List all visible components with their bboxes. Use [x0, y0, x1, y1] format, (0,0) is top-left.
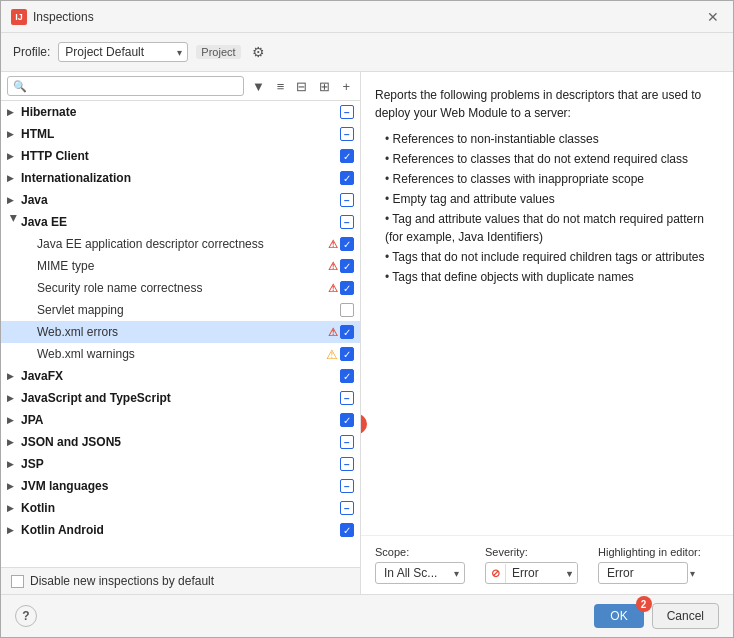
error-badge: ⚠ — [328, 260, 338, 273]
help-button[interactable]: ? — [15, 605, 37, 627]
disable-inspections-checkbox[interactable] — [11, 575, 24, 588]
list-item[interactable]: ▶ JVM languages − — [1, 475, 360, 497]
item-checkbox[interactable]: − — [340, 435, 354, 449]
ok-button[interactable]: OK 2 — [594, 604, 643, 628]
list-item[interactable]: ▶ HTML − — [1, 123, 360, 145]
item-checkbox[interactable]: − — [340, 391, 354, 405]
item-label: Java EE — [21, 215, 340, 229]
search-input[interactable] — [7, 76, 244, 96]
item-label: Security role name correctness — [37, 281, 328, 295]
list-item[interactable]: ▶ Internationalization ✓ — [1, 167, 360, 189]
item-checkbox[interactable]: − — [340, 193, 354, 207]
tree-list[interactable]: ▶ Hibernate − ▶ HTML − ▶ HTT — [1, 101, 360, 567]
item-checkbox[interactable]: ✓ — [340, 259, 354, 273]
list-item[interactable]: ▶ Web.xml warnings ⚠ ✓ — [1, 343, 360, 365]
highlight-select-wrap: Error Warning — [598, 562, 701, 584]
right-panel: Reports the following problems in descri… — [361, 72, 733, 594]
item-label: Kotlin Android — [21, 523, 340, 537]
chevron-right-icon: ▶ — [7, 173, 21, 183]
list-item[interactable]: ▶ Kotlin − — [1, 497, 360, 519]
list-item[interactable]: ▶ Java EE − — [1, 211, 360, 233]
chevron-right-icon: ▶ — [7, 415, 21, 425]
item-icons: ⚠ ✓ — [328, 325, 354, 339]
error-badge: ⚠ — [328, 326, 338, 339]
item-label: JavaScript and TypeScript — [21, 391, 340, 405]
bullet-item: References to non-instantiable classes — [385, 130, 719, 148]
disable-inspections-label: Disable new inspections by default — [30, 574, 214, 588]
expand-all-button[interactable]: ≡ — [273, 77, 289, 96]
main-content: 🔍 ▼ ≡ ⊟ ⊞ + ▶ Hibernate − — [1, 72, 733, 594]
description-area: Reports the following problems in descri… — [361, 72, 733, 302]
list-item[interactable]: ▶ HTTP Client ✓ — [1, 145, 360, 167]
scope-select[interactable]: In All Sc... — [375, 562, 465, 584]
chevron-right-icon: ▶ — [7, 481, 21, 491]
item-icons: − — [340, 391, 354, 405]
item-checkbox[interactable]: ✓ — [340, 369, 354, 383]
list-item[interactable]: ▶ Security role name correctness ⚠ ✓ — [1, 277, 360, 299]
item-icons: − — [340, 479, 354, 493]
profile-label: Profile: — [13, 45, 50, 59]
item-icons: ✓ — [340, 523, 354, 537]
list-item[interactable]: ▶ Hibernate − — [1, 101, 360, 123]
chevron-right-icon: ▶ — [7, 437, 21, 447]
item-checkbox[interactable]: ✓ — [340, 149, 354, 163]
list-item[interactable]: ▶ MIME type ⚠ ✓ — [1, 255, 360, 277]
chevron-right-icon: ▶ — [7, 503, 21, 513]
item-icons: − — [340, 457, 354, 471]
list-item[interactable]: ▶ JavaFX ✓ — [1, 365, 360, 387]
ok-badge: 2 — [636, 596, 652, 612]
highlight-select[interactable]: Error Warning — [598, 562, 688, 584]
search-toolbar: 🔍 ▼ ≡ ⊟ ⊞ + — [1, 72, 360, 101]
bullet-item: Empty tag and attribute values — [385, 190, 719, 208]
description-scroll[interactable]: Reports the following problems in descri… — [361, 72, 733, 535]
filter-button[interactable]: ▼ — [248, 77, 269, 96]
group-button[interactable]: ⊞ — [315, 77, 334, 96]
severity-select[interactable]: Error Warning Info — [506, 563, 577, 583]
chevron-right-icon: ▶ — [7, 393, 21, 403]
item-checkbox[interactable] — [340, 303, 354, 317]
collapse-all-button[interactable]: ⊟ — [292, 77, 311, 96]
item-checkbox[interactable]: − — [340, 457, 354, 471]
bullet-item: Tag and attribute values that do not mat… — [385, 210, 719, 246]
item-label: Servlet mapping — [37, 303, 340, 317]
list-item[interactable]: ▶ Java EE application descriptor correct… — [1, 233, 360, 255]
item-checkbox[interactable]: − — [340, 105, 354, 119]
item-icons: ✓ — [340, 369, 354, 383]
item-checkbox[interactable]: − — [340, 127, 354, 141]
severity-select-outer: ⊘ Error Warning Info ▾ — [485, 562, 578, 584]
item-checkbox[interactable]: − — [340, 215, 354, 229]
close-button[interactable]: ✕ — [703, 7, 723, 27]
item-checkbox[interactable]: ✓ — [340, 325, 354, 339]
list-item[interactable]: ▶ Kotlin Android ✓ — [1, 519, 360, 541]
item-checkbox[interactable]: ✓ — [340, 523, 354, 537]
item-checkbox[interactable]: ✓ — [340, 281, 354, 295]
list-item[interactable]: ▶ JPA ✓ — [1, 409, 360, 431]
item-label: JVM languages — [21, 479, 340, 493]
item-label: Web.xml warnings — [37, 347, 326, 361]
severity-select-wrap: ⊘ Error Warning Info — [485, 562, 578, 584]
add-button[interactable]: + — [338, 77, 354, 96]
chevron-right-icon: ▶ — [7, 151, 21, 161]
profile-select[interactable]: Project Default — [58, 42, 188, 62]
item-checkbox[interactable]: − — [340, 479, 354, 493]
item-icons: − — [340, 501, 354, 515]
list-item[interactable]: ▶ JavaScript and TypeScript − — [1, 387, 360, 409]
list-item[interactable]: ▶ Web.xml errors ⚠ ✓ — [1, 321, 360, 343]
item-checkbox[interactable]: ✓ — [340, 237, 354, 251]
warn-badge: ⚠ — [326, 347, 338, 362]
error-icon: ⊘ — [486, 564, 506, 583]
list-item[interactable]: ▶ Servlet mapping — [1, 299, 360, 321]
item-checkbox[interactable]: ✓ — [340, 171, 354, 185]
gear-button[interactable]: ⚙ — [249, 41, 268, 63]
cancel-button[interactable]: Cancel — [652, 603, 719, 629]
item-checkbox[interactable]: ✓ — [340, 413, 354, 427]
item-label: MIME type — [37, 259, 328, 273]
bullet-item: References to classes with inappropriate… — [385, 170, 719, 188]
bottom-bar: Disable new inspections by default — [1, 567, 360, 594]
list-item[interactable]: ▶ JSP − — [1, 453, 360, 475]
chevron-right-icon: ▶ — [7, 107, 21, 117]
item-checkbox[interactable]: − — [340, 501, 354, 515]
list-item[interactable]: ▶ JSON and JSON5 − — [1, 431, 360, 453]
item-checkbox[interactable]: ✓ — [340, 347, 354, 361]
list-item[interactable]: ▶ Java − — [1, 189, 360, 211]
